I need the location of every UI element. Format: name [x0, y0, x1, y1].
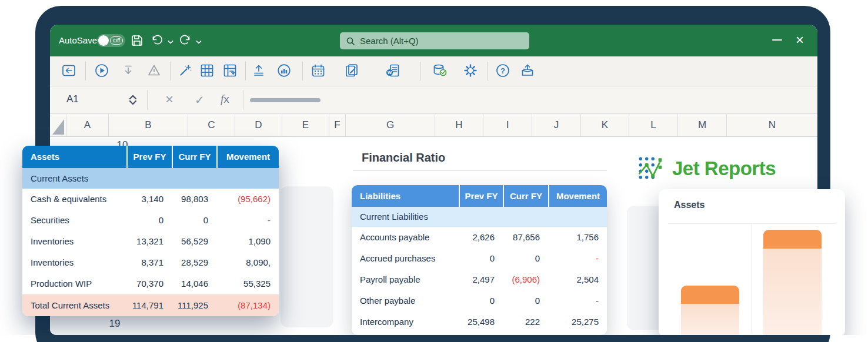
section-row: Current Liabilities: [352, 207, 607, 227]
header-cell: Assets: [22, 146, 126, 168]
cell-value: 222: [503, 311, 548, 333]
cell-value: 56,529: [172, 231, 216, 252]
table-row: Payroll payable 2,497 (6,906) 2,504: [352, 269, 607, 290]
row-label: Accounts payable: [352, 227, 459, 248]
cell-value: (6,906): [503, 269, 548, 290]
row-label: Other paybale: [352, 290, 459, 311]
row-label: Production WIP: [22, 273, 126, 294]
cell-value: -: [216, 210, 279, 231]
cell-value: 2,497: [459, 269, 503, 290]
table-row: Intercompany 25,498 222 25,275: [352, 311, 607, 333]
bar-highlight-segment: [681, 286, 739, 304]
cell-value: 70,370: [126, 273, 172, 294]
cell-value: 98,803: [172, 189, 216, 210]
cell-value: 0: [503, 248, 548, 269]
cell-value: 8,090,: [216, 252, 279, 273]
cell-value: 25,498: [459, 311, 503, 333]
cell-value: 1,090: [216, 231, 279, 252]
cell-value: 14,046: [172, 273, 216, 294]
cell-value: 0: [126, 210, 172, 231]
cell-value: 111,925: [172, 294, 216, 316]
table-row: Other paybale 0 0 -: [352, 290, 607, 311]
header-cell: Prev FY: [459, 185, 503, 207]
chart-bar: [681, 286, 739, 335]
section-row: Current Assets: [22, 168, 279, 189]
chart-bar: [763, 230, 822, 335]
cell-value: 25,275: [548, 311, 607, 333]
chart-title: Assets: [674, 200, 705, 210]
table-row: Accounts payable 2,626 87,656 1,756: [352, 227, 607, 248]
cell-value: 8,371: [126, 252, 172, 273]
table-row: Cash & equivalents 3,140 98,803 (95,662): [22, 189, 279, 210]
bar-highlight-segment: [763, 230, 822, 249]
row-label: Securities: [22, 210, 126, 231]
cell-value: 2,626: [459, 227, 503, 248]
cell-value: 13,321: [126, 231, 172, 252]
table-row: Production WIP 70,370 14,046 55,325: [22, 273, 279, 294]
total-row: Total Current Assets 114,791 111,925 (87…: [22, 294, 279, 316]
jet-reports-logo-text: Jet Reports: [672, 157, 776, 180]
page: AutoSave Off: [0, 0, 868, 342]
header-cell: Liabilities: [352, 185, 459, 207]
cell-value: 3,140: [126, 189, 172, 210]
row-label: Intercompany: [352, 311, 459, 333]
row-label: Inventories: [22, 231, 126, 252]
row-label: Payroll payable: [352, 269, 459, 290]
cell-value: 114,791: [126, 294, 172, 316]
liabilities-table-header: Liabilities Prev FY Curr FY Movement: [352, 185, 607, 207]
financial-ratio-heading: Financial Ratio: [362, 151, 445, 165]
cell-value: 87,656: [503, 227, 548, 248]
row-label: Accrued purchases: [352, 248, 459, 269]
cell-value: -: [548, 290, 607, 311]
header-cell: Curr FY: [172, 146, 216, 168]
cell-value: (87,134): [216, 294, 279, 316]
assets-table: Assets Prev FY Curr FY Movement Current …: [22, 146, 279, 316]
cell-value: 0: [459, 248, 503, 269]
cell-value: 0: [503, 290, 548, 311]
cell-value: 2,504: [548, 269, 607, 290]
row-label: Cash & equivalents: [22, 189, 126, 210]
header-cell: Prev FY: [126, 146, 172, 168]
jet-reports-logo-icon: [637, 155, 664, 182]
row-label: Inventories: [22, 252, 126, 273]
heading-divider: [353, 170, 607, 171]
cell-value: 0: [172, 210, 216, 231]
bar-body-segment: [763, 249, 822, 335]
cell-value: 28,529: [172, 252, 216, 273]
cell-value: 55,325: [216, 273, 279, 294]
row-label: Total Current Assets: [22, 294, 126, 316]
assets-chart-card: Assets: [659, 189, 845, 335]
cell-value: 0: [459, 290, 503, 311]
header-cell: Curr FY: [503, 185, 548, 207]
cell-value: 1,756: [548, 227, 607, 248]
chart-divider: [751, 223, 752, 333]
bar-body-segment: [681, 304, 739, 335]
table-row: Inventories 13,321 56,529 1,090: [22, 231, 279, 252]
table-row: Inventories 8,371 28,529 8,090,: [22, 252, 279, 273]
chart-gridline: [668, 223, 836, 224]
cell-value: -: [548, 248, 607, 269]
assets-table-header: Assets Prev FY Curr FY Movement: [22, 146, 279, 168]
background-card: [281, 186, 333, 327]
table-row: Accrued purchases 0 0 -: [352, 248, 607, 269]
header-cell: Movement: [548, 185, 607, 207]
header-cell: Movement: [216, 146, 279, 168]
overlay-layer: Assets Prev FY Curr FY Movement Current …: [0, 0, 868, 335]
jet-reports-logo: Jet Reports: [637, 155, 776, 182]
liabilities-table: Liabilities Prev FY Curr FY Movement Cur…: [352, 185, 607, 335]
cell-value: (95,662): [216, 189, 279, 210]
table-row: Securities 0 0 -: [22, 210, 279, 231]
